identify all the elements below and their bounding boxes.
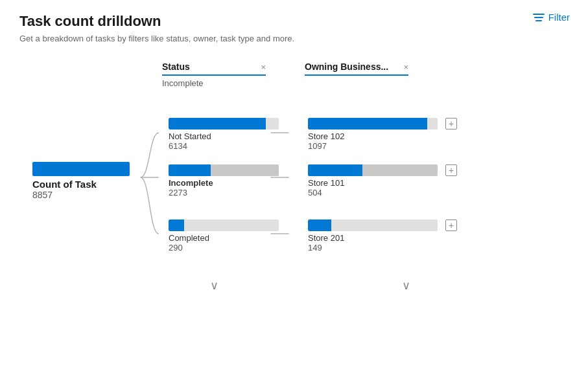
filter-line-1 (533, 14, 545, 15)
store-201-bar-track (308, 219, 438, 231)
store-201-bar-fill (308, 219, 331, 231)
status-chevron[interactable]: ∨ (136, 278, 292, 293)
incomplete-label: Incomplete (169, 178, 279, 188)
incomplete-bar-track (169, 164, 279, 176)
page-title: Task count drilldown (19, 13, 569, 30)
status-filter-close[interactable]: × (261, 62, 266, 72)
store-101-grey-fill (362, 164, 438, 176)
store-102-bar-row: + (308, 118, 457, 129)
status-filter-label: Status (162, 62, 190, 72)
completed-bar-track (169, 219, 279, 231)
store-101-count: 504 (308, 188, 457, 197)
not-started-label: Not Started (169, 131, 279, 141)
incomplete-grey-fill (211, 164, 279, 176)
filter-line-2 (534, 17, 543, 18)
not-started-bar-track (169, 118, 279, 129)
filter-icon (533, 14, 545, 21)
owning-business-filter[interactable]: Owning Business... × (305, 62, 408, 88)
not-started-count: 6134 (169, 141, 279, 151)
store-102-label: Store 102 (308, 131, 457, 141)
root-label: Count of Task (32, 179, 130, 190)
not-started-bar-fill (169, 118, 266, 129)
store-201-label: Store 201 (308, 233, 457, 243)
filter-line-3 (535, 20, 542, 21)
store-101-bar-fill (308, 164, 438, 176)
filter-row: Status × Incomplete Owning Business... × (162, 62, 569, 88)
store-102-expand-button[interactable]: + (445, 118, 457, 129)
root-node: Count of Task 8857 (32, 162, 130, 200)
owning-business-filter-label-row: Owning Business... × (305, 62, 408, 76)
status-not-started: Not Started 6134 (169, 118, 279, 151)
chevron-row: ∨ ∨ (136, 278, 569, 293)
store-101-bar-track (308, 164, 438, 176)
store-102-bar-fill (308, 118, 427, 129)
store-201-expand-button[interactable]: + (445, 219, 457, 231)
page-subtitle: Get a breakdown of tasks by filters like… (19, 34, 569, 43)
store-102-bar-track (308, 118, 438, 129)
filter-label: Filter (548, 12, 570, 23)
chart-area: Count of Task 8857 Not Started 6134 Inco… (19, 107, 569, 276)
root-count: 8857 (32, 190, 130, 200)
store-102-node: + Store 102 1097 (308, 118, 457, 151)
store-102-count: 1097 (308, 141, 457, 151)
store-chevron-icon: ∨ (402, 279, 410, 292)
status-filter-label-row: Status × (162, 62, 266, 76)
store-201-count: 149 (308, 243, 457, 253)
filter-button[interactable]: Filter (533, 12, 570, 23)
store-chevron[interactable]: ∨ (328, 278, 484, 293)
page: Filter Task count drilldown Get a breakd… (0, 0, 588, 382)
status-filter[interactable]: Status × Incomplete (162, 62, 266, 88)
incomplete-bar-fill (169, 164, 279, 176)
status-incomplete: Incomplete 2273 (169, 164, 279, 197)
store-101-expand-button[interactable]: + (445, 164, 457, 176)
completed-bar-fill (169, 219, 184, 231)
status-completed: Completed 290 (169, 219, 279, 253)
store-101-node: + Store 101 504 (308, 164, 457, 197)
store-101-blue-fill (308, 164, 362, 176)
owning-business-filter-label: Owning Business... (305, 62, 388, 72)
status-chevron-icon: ∨ (210, 279, 218, 292)
incomplete-count: 2273 (169, 188, 279, 197)
completed-count: 290 (169, 243, 279, 253)
status-filter-value: Incomplete (162, 78, 266, 88)
store-201-node: + Store 201 149 (308, 219, 457, 253)
root-bar (32, 162, 130, 176)
owning-business-filter-close[interactable]: × (403, 62, 408, 72)
store-201-bar-row: + (308, 219, 457, 231)
store-101-label: Store 101 (308, 178, 457, 188)
completed-label: Completed (169, 233, 279, 243)
store-101-bar-row: + (308, 164, 457, 176)
incomplete-blue-fill (169, 164, 211, 176)
